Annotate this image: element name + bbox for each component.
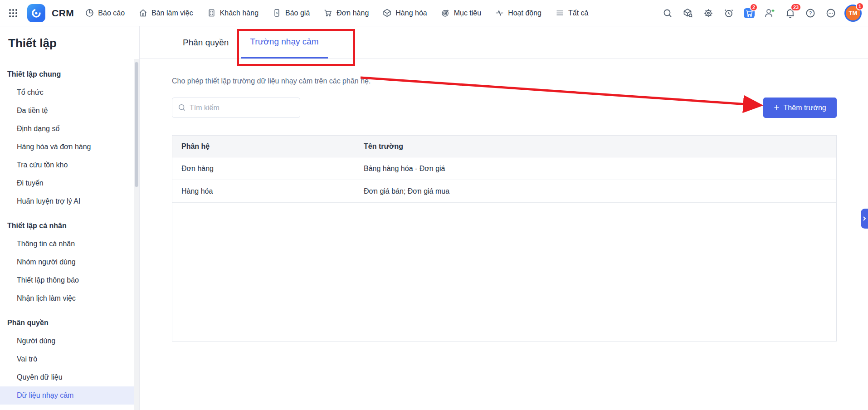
table-cell-module: Đơn hàng: [172, 165, 355, 173]
chevron-right-icon: [862, 216, 867, 221]
add-field-button[interactable]: + Thêm trường: [763, 98, 837, 118]
app-logo[interactable]: [27, 4, 45, 22]
nav-item-khach-hang[interactable]: Khách hàng: [207, 8, 258, 18]
main-content: Phân quyền Trường nhạy cảm Cho phép thiế…: [140, 26, 868, 410]
nav-item-hang-hoa[interactable]: Hàng hóa: [382, 8, 427, 18]
sidebar-item-thong-tin-ca-nhan[interactable]: Thông tin cá nhân: [0, 235, 135, 253]
quote-receipt-icon: $: [272, 8, 282, 18]
sidebar-item-da-tien-te[interactable]: Đa tiền tệ: [0, 102, 135, 120]
search-icon[interactable]: [661, 6, 674, 20]
nav-menu: Báo cáo Bàn làm việc Khách hàng $ Báo gi…: [85, 8, 588, 18]
app-grid-icon[interactable]: [6, 6, 20, 20]
bell-icon[interactable]: 23: [783, 6, 797, 20]
svg-text:$: $: [276, 11, 278, 15]
cart-icon: [323, 8, 333, 18]
tab-description: Cho phép thiết lập trường dữ liệu nhạy c…: [172, 77, 371, 85]
brand-name: CRM: [52, 8, 74, 19]
top-navbar: CRM Báo cáo Bàn làm việc Khách hàng $: [0, 0, 868, 26]
sidebar-item-tra-cuu-ton-kho[interactable]: Tra cứu tồn kho: [0, 156, 135, 174]
nav-item-hoat-dong[interactable]: Hoạt động: [495, 8, 541, 18]
nav-item-label: Mục tiêu: [454, 9, 481, 17]
grid-dots-icon: [8, 8, 19, 19]
sidebar-item-nhom-nguoi-dung[interactable]: Nhóm người dùng: [0, 253, 135, 271]
activity-icon: [495, 8, 504, 18]
sidebar-item-vai-tro[interactable]: Vai trò: [0, 350, 135, 368]
nav-item-muc-tieu[interactable]: Mục tiêu: [441, 8, 481, 18]
table-header-row: Phân hệ Tên trường: [172, 136, 836, 157]
nav-item-label: Báo cáo: [98, 9, 125, 17]
sidebar-item-huan-luyen-tro-ly-ai[interactable]: Huấn luyện trợ lý AI: [0, 192, 135, 210]
help-icon[interactable]: ?: [804, 6, 817, 20]
nav-item-bao-cao[interactable]: Báo cáo: [85, 8, 125, 18]
sensitive-fields-table: Phân hệ Tên trường Đơn hàng Bảng hàng hó…: [172, 135, 837, 342]
sidebar-scrollbar-thumb[interactable]: [135, 62, 138, 187]
nav-item-label: Báo giá: [285, 9, 310, 17]
table-row[interactable]: Đơn hàng Bảng hàng hóa - Đơn giá: [172, 157, 836, 180]
tab-phan-quyen[interactable]: Phân quyền: [178, 26, 233, 59]
nav-item-label: Khách hàng: [220, 9, 258, 17]
notifications-badge: 23: [790, 3, 801, 11]
page-title: Thiết lập: [8, 34, 139, 53]
avatar-initials: TM: [849, 10, 858, 16]
sidebar-item-to-chuc[interactable]: Tổ chức: [0, 83, 135, 102]
tab-bar: Phân quyền Trường nhạy cảm: [140, 26, 868, 59]
sidebar-item-nguoi-dung[interactable]: Người dùng: [0, 332, 135, 350]
package-icon: [382, 8, 392, 18]
nav-item-don-hang[interactable]: Đơn hàng: [323, 8, 369, 18]
nav-item-bao-gia[interactable]: $ Báo giá: [272, 8, 310, 18]
target-icon: [441, 8, 450, 18]
home-icon: [138, 8, 148, 18]
menu-lines-icon: [555, 8, 565, 18]
sidebar-section-phan-quyen: Phân quyền: [0, 314, 139, 332]
tab-truong-nhay-cam[interactable]: Trường nhạy cảm: [241, 26, 327, 59]
more-icon[interactable]: [824, 6, 838, 20]
search-input[interactable]: [172, 98, 300, 118]
table-cell-fields: Bảng hàng hóa - Đơn giá: [355, 165, 836, 173]
sidebar-section-thiet-lap-ca-nhan: Thiết lập cá nhân: [0, 217, 139, 235]
gear-icon[interactable]: [702, 6, 715, 20]
nav-item-label: Hoạt động: [508, 9, 541, 17]
building-icon: [207, 8, 216, 18]
sidebar-item-quyen-du-lieu[interactable]: Quyền dữ liệu: [0, 368, 135, 386]
search-input-icon: [177, 103, 186, 112]
search-field-wrapper: [172, 98, 300, 118]
nav-item-tat-ca[interactable]: Tất cả: [555, 8, 588, 18]
logo-swirl-icon: [30, 7, 42, 19]
sidebar-section-thiet-lap-chung: Thiết lập chung: [0, 65, 139, 83]
nav-item-label: Hàng hóa: [395, 9, 427, 17]
svg-text:?: ?: [809, 10, 812, 16]
pie-chart-icon: [85, 8, 94, 18]
settings-sidebar: Thiết lập Thiết lập chung Tổ chức Đa tiề…: [0, 26, 140, 410]
nav-item-label: Tất cả: [568, 9, 588, 17]
sidebar-item-hang-hoa-va-don-hang[interactable]: Hàng hóa và đơn hàng: [0, 138, 135, 156]
sidebar-item-nhan-lich-lam-viec[interactable]: Nhận lịch làm việc: [0, 289, 135, 308]
expand-panel-button[interactable]: [861, 209, 868, 229]
add-field-button-label: Thêm trường: [784, 104, 826, 112]
add-user-icon[interactable]: [763, 6, 776, 20]
sidebar-item-dinh-dang-so[interactable]: Định dạng số: [0, 120, 135, 138]
user-avatar[interactable]: TM 1: [844, 5, 862, 22]
sidebar-item-du-lieu-nhay-cam[interactable]: Dữ liệu nhạy cảm: [0, 386, 135, 405]
table-cell-module: Hàng hóa: [172, 187, 355, 195]
table-header-ten-truong: Tên trường: [355, 142, 836, 151]
nav-item-label: Đơn hàng: [336, 9, 369, 17]
cart-blue-icon[interactable]: 2: [742, 6, 756, 20]
sidebar-item-di-tuyen[interactable]: Đi tuyến: [0, 174, 135, 192]
alarm-icon[interactable]: [722, 6, 736, 20]
table-header-phan-he: Phân hệ: [172, 142, 355, 151]
sidebar-item-thiet-lap-thong-bao[interactable]: Thiết lập thông báo: [0, 271, 135, 289]
sidebar-nav: Thiết lập chung Tổ chức Đa tiền tệ Định …: [0, 65, 139, 405]
plus-icon: +: [774, 102, 779, 112]
nav-item-ban-lam-viec[interactable]: Bàn làm việc: [138, 8, 193, 18]
navbar-right-icons: 2 23 ? TM 1: [661, 5, 868, 22]
cart-badge: 2: [750, 3, 758, 11]
avatar-badge: 1: [856, 2, 864, 10]
nav-item-label: Bàn làm việc: [151, 9, 193, 17]
table-row[interactable]: Hàng hóa Đơn giá bán; Đơn giá mua: [172, 180, 836, 203]
table-cell-fields: Đơn giá bán; Đơn giá mua: [355, 187, 836, 195]
package-search-icon[interactable]: [681, 6, 695, 20]
